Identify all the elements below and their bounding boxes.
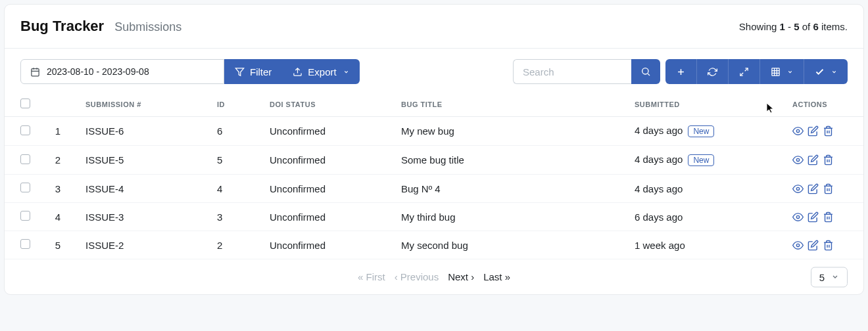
search-button[interactable] <box>631 59 660 84</box>
action-button-group <box>665 59 848 84</box>
edit-icon[interactable] <box>808 125 819 137</box>
svg-marker-4 <box>235 68 244 75</box>
svg-point-20 <box>796 158 799 161</box>
delete-icon[interactable] <box>823 240 834 251</box>
pager-next[interactable]: Next › <box>448 271 474 282</box>
col-bug-title[interactable]: Bug Title <box>393 92 627 117</box>
view-icon[interactable] <box>792 183 804 194</box>
row-id: 3 <box>209 203 262 231</box>
delete-icon[interactable] <box>823 211 834 223</box>
col-doi-status[interactable]: DOI Status <box>262 92 393 117</box>
plus-icon <box>676 67 686 77</box>
row-checkbox[interactable] <box>20 125 30 135</box>
add-button[interactable] <box>665 59 697 84</box>
view-icon[interactable] <box>792 211 804 223</box>
svg-point-17 <box>796 129 799 132</box>
row-id: 2 <box>209 231 262 259</box>
row-doi-status: Unconfirmed <box>262 175 393 203</box>
bug-tracker-card: Bug Tracker Submissions Showing 1 - 5 of… <box>4 4 864 295</box>
chevron-down-icon <box>787 69 793 75</box>
row-index: 4 <box>38 203 78 231</box>
svg-line-11 <box>740 72 743 75</box>
row-checkbox[interactable] <box>20 154 30 164</box>
refresh-button[interactable] <box>697 59 729 84</box>
col-index <box>38 92 78 117</box>
edit-icon[interactable] <box>808 240 819 251</box>
row-submitted: 6 days ago <box>627 203 784 231</box>
pager-first[interactable]: « First <box>358 271 385 282</box>
col-submission[interactable]: Submission # <box>78 92 209 117</box>
pager-last[interactable]: Last » <box>483 271 510 282</box>
row-submission: ISSUE-3 <box>78 203 209 231</box>
expand-button[interactable] <box>729 59 760 84</box>
svg-point-23 <box>796 187 799 190</box>
col-submitted[interactable]: Submitted <box>627 92 784 117</box>
col-actions: Actions <box>784 92 863 117</box>
table-row: 5 ISSUE-2 2 Unconfirmed My second bug 1 … <box>5 231 863 259</box>
row-checkbox[interactable] <box>20 183 30 192</box>
export-icon <box>293 67 302 77</box>
delete-icon[interactable] <box>823 154 834 166</box>
bulk-actions-button[interactable] <box>804 59 848 84</box>
filter-button[interactable]: Filter <box>224 59 282 84</box>
row-bug-title: Bug Nº 4 <box>393 175 627 203</box>
filter-icon <box>235 67 245 77</box>
status-badge: New <box>688 154 714 166</box>
col-id[interactable]: ID <box>209 92 262 117</box>
row-submission: ISSUE-6 <box>78 117 209 146</box>
columns-button[interactable] <box>760 59 804 84</box>
toolbar: 2023-08-10 - 2023-09-08 Filter Export <box>5 49 863 92</box>
chevron-down-icon <box>343 69 349 75</box>
page-title: Bug Tracker <box>20 18 104 35</box>
row-submitted: 4 days ago <box>627 175 784 203</box>
svg-point-26 <box>796 215 799 218</box>
status-badge: New <box>688 125 714 137</box>
row-checkbox[interactable] <box>20 239 30 249</box>
row-doi-status: Unconfirmed <box>262 231 393 259</box>
edit-icon[interactable] <box>808 183 819 194</box>
select-all-checkbox[interactable] <box>20 99 30 108</box>
view-icon[interactable] <box>792 125 804 137</box>
toolbar-right <box>513 59 848 84</box>
view-icon[interactable] <box>792 240 804 251</box>
row-actions <box>792 125 856 137</box>
chevron-down-icon <box>831 273 839 281</box>
pager: « First ‹ Previous Next › Last » <box>358 271 510 282</box>
grid-icon <box>771 67 781 77</box>
filter-label: Filter <box>250 66 272 77</box>
view-icon[interactable] <box>792 154 804 166</box>
export-button[interactable]: Export <box>282 59 359 84</box>
edit-icon[interactable] <box>808 154 819 166</box>
pager-prev[interactable]: ‹ Previous <box>395 271 439 282</box>
search-input[interactable] <box>513 59 631 84</box>
row-index: 5 <box>38 231 78 259</box>
row-actions <box>792 240 856 251</box>
date-range-picker[interactable]: 2023-08-10 - 2023-09-08 <box>20 59 224 84</box>
row-actions <box>792 183 856 194</box>
delete-icon[interactable] <box>823 125 834 137</box>
row-submitted: 4 days agoNew <box>627 146 784 175</box>
svg-line-7 <box>648 74 650 76</box>
range-end: 5 <box>794 21 799 32</box>
table-footer: « First ‹ Previous Next › Last » 5 <box>5 259 863 294</box>
calendar-icon <box>30 67 40 77</box>
row-submitted: 1 week ago <box>627 231 784 259</box>
card-header: Bug Tracker Submissions Showing 1 - 5 of… <box>5 5 863 48</box>
table-header-row: Submission # ID DOI Status Bug Title Sub… <box>5 92 863 117</box>
delete-icon[interactable] <box>823 183 834 194</box>
row-bug-title: My third bug <box>393 203 627 231</box>
row-doi-status: Unconfirmed <box>262 117 393 146</box>
col-select-all <box>5 92 38 117</box>
row-doi-status: Unconfirmed <box>262 146 393 175</box>
row-submission: ISSUE-5 <box>78 146 209 175</box>
table-row: 2 ISSUE-5 5 Unconfirmed Some bug title 4… <box>5 146 863 175</box>
table-row: 3 ISSUE-4 4 Unconfirmed Bug Nº 4 4 days … <box>5 175 863 203</box>
row-checkbox[interactable] <box>20 211 30 221</box>
row-id: 5 <box>209 146 262 175</box>
total-count: 6 <box>813 21 818 32</box>
check-icon <box>815 67 825 77</box>
row-index: 3 <box>38 175 78 203</box>
svg-line-10 <box>745 68 748 70</box>
edit-icon[interactable] <box>808 211 819 223</box>
page-size-select[interactable]: 5 <box>811 267 848 287</box>
